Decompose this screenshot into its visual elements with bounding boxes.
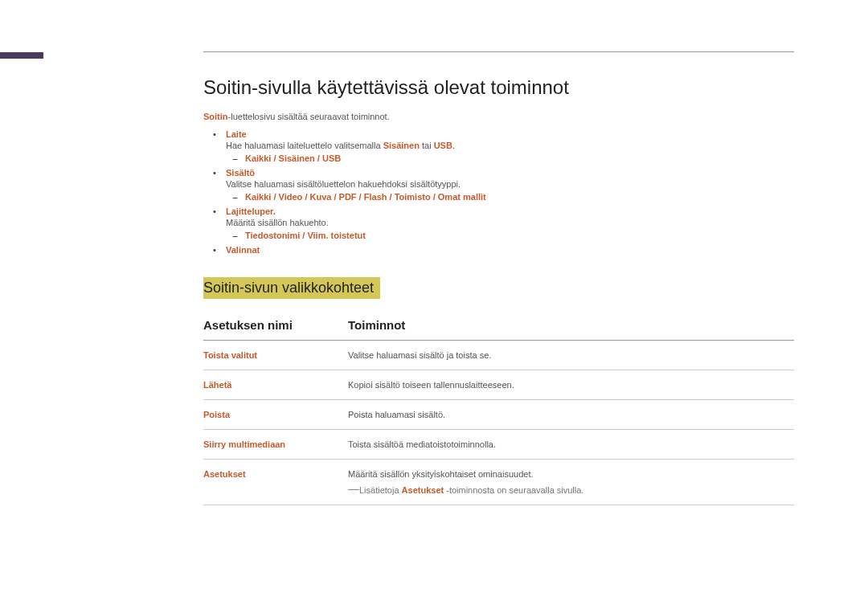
page-content: Soitin-sivulla käytettävissä olevat toim… (203, 76, 794, 505)
note-highlight: Asetukset (402, 485, 444, 495)
option-desc-text: Määritä sisällön yksityiskohtaiset omina… (348, 469, 534, 479)
feature-desc: Valitse haluamasi sisältöluettelon hakue… (226, 179, 794, 189)
intro-rest: -luettelosivu sisältää seuraavat toiminn… (228, 112, 390, 121)
sub-list: Kaikki / Video / Kuva / PDF / Flash / To… (226, 192, 794, 202)
option-desc: Valitse haluamasi sisältö ja toista se. (348, 341, 794, 370)
desc-highlight: USB (434, 141, 452, 150)
feature-sisalto: Sisältö Valitse haluamasi sisältöluettel… (203, 168, 794, 202)
option-note: Lisätietoja Asetukset -toiminnosta on se… (348, 485, 788, 495)
desc-text: . (452, 141, 455, 150)
feature-title: Laite (226, 129, 794, 139)
desc-highlight: Sisäinen (383, 141, 420, 150)
option-desc: Toista sisältöä mediatoistotoiminnolla. (348, 430, 794, 460)
note-text: Lisätietoja (359, 485, 402, 495)
intro-highlight: Soitin (203, 112, 228, 121)
table-row: Lähetä Kopioi sisältö toiseen tallennusl… (203, 370, 794, 400)
option-name: Toista valitut (203, 341, 348, 370)
note-text: -toiminnosta on seuraavalla sivulla. (444, 485, 583, 495)
feature-valinnat: Valinnat (203, 245, 794, 255)
option-name: Siirry multimediaan (203, 430, 348, 460)
desc-text: Hae haluamasi laiteluettelo valitsemalla (226, 141, 383, 150)
sub-list: Tiedostonimi / Viim. toistetut (226, 231, 794, 240)
option-desc: Poista haluamasi sisältö. (348, 400, 794, 430)
option-name: Asetukset (203, 460, 348, 505)
sub-item: Kaikki / Sisäinen / USB (226, 153, 794, 163)
sub-item: Kaikki / Video / Kuva / PDF / Flash / To… (226, 192, 794, 202)
side-marker (0, 52, 43, 59)
feature-title: Lajitteluper. (226, 206, 794, 216)
table-header-name: Asetuksen nimi (203, 310, 348, 341)
feature-desc: Hae haluamasi laiteluettelo valitsemalla… (226, 141, 794, 150)
section-heading: Soitin-sivun valikkokohteet (203, 277, 380, 299)
desc-text: tai (420, 141, 434, 150)
sub-list: Kaikki / Sisäinen / USB (226, 153, 794, 163)
table-row: Siirry multimediaan Toista sisältöä medi… (203, 430, 794, 460)
intro-text: Soitin-luettelosivu sisältää seuraavat t… (203, 112, 794, 121)
feature-desc: Määritä sisällön hakuehto. (226, 218, 794, 227)
table-row: Toista valitut Valitse haluamasi sisältö… (203, 341, 794, 370)
option-name: Lähetä (203, 370, 348, 400)
feature-lajittelu: Lajitteluper. Määritä sisällön hakuehto.… (203, 206, 794, 240)
option-desc: Määritä sisällön yksityiskohtaiset omina… (348, 460, 794, 505)
option-name: Poista (203, 400, 348, 430)
feature-list: Laite Hae haluamasi laiteluettelo valits… (203, 129, 794, 255)
sub-item: Tiedostonimi / Viim. toistetut (226, 231, 794, 240)
options-table: Asetuksen nimi Toiminnot Toista valitut … (203, 310, 794, 505)
top-rule (203, 51, 794, 52)
feature-title: Valinnat (226, 245, 794, 255)
option-desc: Kopioi sisältö toiseen tallennuslaittees… (348, 370, 794, 400)
table-row: Asetukset Määritä sisällön yksityiskohta… (203, 460, 794, 505)
feature-laite: Laite Hae haluamasi laiteluettelo valits… (203, 129, 794, 163)
table-header-func: Toiminnot (348, 310, 794, 341)
feature-title: Sisältö (226, 168, 794, 178)
page-title: Soitin-sivulla käytettävissä olevat toim… (203, 76, 794, 99)
table-row: Poista Poista haluamasi sisältö. (203, 400, 794, 430)
